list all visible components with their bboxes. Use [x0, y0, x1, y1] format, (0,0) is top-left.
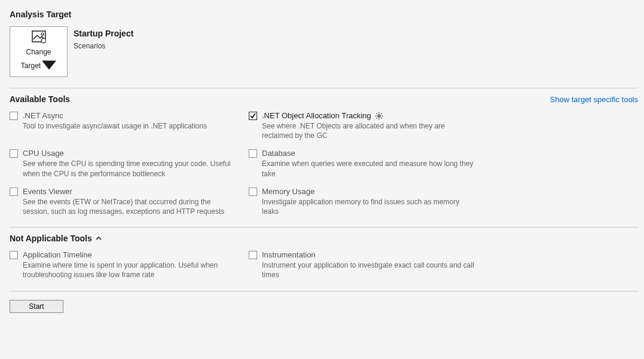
not-applicable-header[interactable]: Not Applicable Tools	[10, 234, 638, 243]
target-project-subtitle: Scenarios	[74, 42, 133, 50]
tool-description-instrumentation: Instrument your application to investiga…	[262, 260, 476, 280]
change-target-label-line1: Change	[26, 48, 51, 56]
tool-label-net-async[interactable]: .NET Async	[23, 111, 63, 120]
tool-item-net-object-alloc: .NET Object Allocation TrackingSee where…	[249, 111, 476, 140]
tool-description-memory-usage: Investigate application memory to find i…	[262, 197, 476, 216]
tool-description-net-async: Tool to investigate async/await usage in…	[23, 121, 237, 131]
tool-label-row: .NET Async	[23, 111, 237, 120]
tool-text: .NET Object Allocation TrackingSee where…	[262, 111, 476, 140]
image-settings-icon	[32, 30, 46, 45]
divider	[10, 291, 638, 292]
tool-item-instrumentation: InstrumentationInstrument your applicati…	[249, 250, 476, 280]
analysis-target-row: Change Target Startup Project Scenarios	[10, 26, 638, 77]
tool-item-cpu-usage: CPU UsageSee where the CPU is spending t…	[10, 149, 237, 178]
not-applicable-heading: Not Applicable Tools	[10, 234, 92, 243]
not-applicable-tools-grid: Application TimelineExamine where time i…	[10, 250, 638, 280]
svg-point-4	[378, 115, 380, 117]
analysis-target-section: Analysis Target Change Target St	[10, 10, 638, 77]
checkbox-memory-usage[interactable]	[249, 188, 257, 196]
checkbox-instrumentation[interactable]	[249, 251, 257, 259]
change-target-dropdown-row: Target	[21, 59, 56, 73]
analysis-target-heading: Analysis Target	[10, 10, 638, 19]
divider	[10, 88, 638, 88]
svg-marker-3	[42, 60, 56, 69]
checkbox-events-viewer[interactable]	[10, 188, 18, 196]
change-target-button[interactable]: Change Target	[10, 26, 68, 77]
tool-text: Application TimelineExamine where time i…	[23, 250, 237, 280]
tool-item-memory-usage: Memory UsageInvestigate application memo…	[249, 187, 476, 216]
svg-line-10	[381, 118, 381, 118]
svg-point-1	[41, 33, 44, 35]
tool-text: InstrumentationInstrument your applicati…	[262, 250, 476, 280]
tool-label-net-object-alloc[interactable]: .NET Object Allocation Tracking	[262, 111, 371, 120]
tool-item-net-async: .NET AsyncTool to investigate async/awai…	[10, 111, 237, 140]
checkbox-net-async[interactable]	[10, 112, 18, 120]
gear-icon[interactable]	[375, 112, 383, 120]
tool-label-row: Application Timeline	[23, 250, 237, 259]
tool-label-database[interactable]: Database	[262, 149, 295, 158]
divider	[10, 227, 638, 228]
show-target-specific-tools-link[interactable]: Show target specific tools	[550, 95, 638, 104]
svg-point-2	[41, 38, 46, 43]
tool-description-cpu-usage: See where the CPU is spending time execu…	[23, 159, 237, 178]
tool-description-database: Examine when queries were executed and m…	[262, 159, 476, 178]
start-button[interactable]: Start	[10, 300, 63, 313]
checkbox-app-timeline[interactable]	[10, 251, 18, 259]
available-tools-section: Available Tools Show target specific too…	[10, 94, 638, 216]
tool-label-app-timeline[interactable]: Application Timeline	[23, 250, 92, 259]
checkbox-net-object-alloc[interactable]	[249, 112, 257, 120]
available-tools-grid: .NET AsyncTool to investigate async/awai…	[10, 111, 638, 216]
tool-label-row: CPU Usage	[23, 149, 237, 158]
target-project-title: Startup Project	[74, 29, 133, 38]
svg-line-12	[376, 118, 377, 118]
tool-label-row: Instrumentation	[262, 250, 476, 259]
available-tools-header: Available Tools Show target specific too…	[10, 94, 638, 104]
tool-item-database: DatabaseExamine when queries were execut…	[249, 149, 476, 178]
tool-label-row: .NET Object Allocation Tracking	[262, 111, 476, 120]
checkbox-database[interactable]	[249, 149, 257, 158]
tool-label-row: Events Viewer	[23, 187, 237, 196]
tool-text: Events ViewerSee the events (ETW or NetT…	[23, 187, 237, 216]
tool-description-events-viewer: See the events (ETW or NetTrace) that oc…	[23, 197, 237, 216]
checkbox-cpu-usage[interactable]	[10, 149, 18, 158]
tool-description-net-object-alloc: See where .NET Objects are allocated and…	[262, 121, 476, 140]
not-applicable-tools-section: Not Applicable Tools Application Timelin…	[10, 234, 638, 280]
chevron-down-icon	[42, 59, 56, 73]
tool-text: CPU UsageSee where the CPU is spending t…	[23, 149, 237, 178]
svg-line-9	[376, 113, 377, 113]
tool-text: .NET AsyncTool to investigate async/awai…	[23, 111, 237, 131]
tool-label-memory-usage[interactable]: Memory Usage	[262, 187, 315, 196]
change-target-label-line2: Target	[21, 62, 41, 70]
tool-item-events-viewer: Events ViewerSee the events (ETW or NetT…	[10, 187, 237, 216]
tool-label-row: Memory Usage	[262, 187, 476, 196]
svg-line-11	[381, 113, 381, 113]
tool-label-instrumentation[interactable]: Instrumentation	[262, 250, 316, 259]
available-tools-heading: Available Tools	[10, 94, 70, 104]
tool-label-cpu-usage[interactable]: CPU Usage	[23, 149, 64, 158]
tool-label-events-viewer[interactable]: Events Viewer	[23, 187, 72, 196]
tool-item-app-timeline: Application TimelineExamine where time i…	[10, 250, 237, 280]
tool-text: DatabaseExamine when queries were execut…	[262, 149, 476, 178]
tool-text: Memory UsageInvestigate application memo…	[262, 187, 476, 216]
tool-description-app-timeline: Examine where time is spent in your appl…	[23, 260, 237, 280]
target-info: Startup Project Scenarios	[74, 26, 133, 50]
tool-label-row: Database	[262, 149, 476, 158]
chevron-up-icon	[96, 234, 102, 243]
